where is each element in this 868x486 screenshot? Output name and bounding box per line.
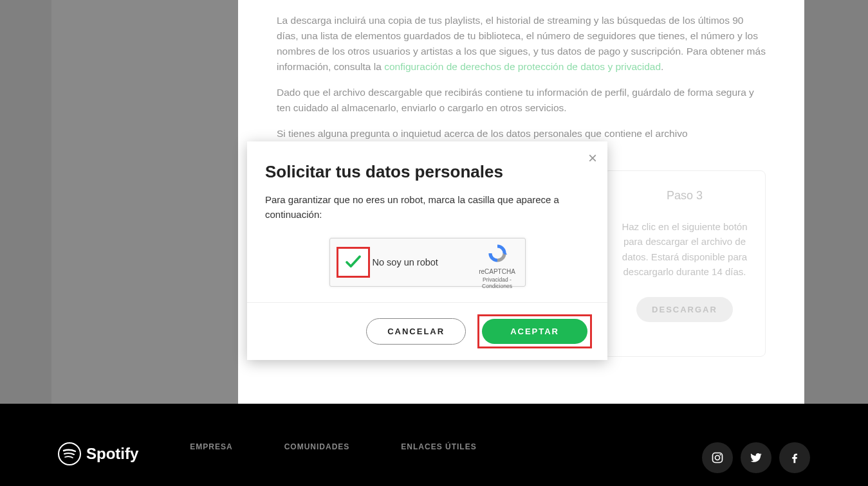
footer-col-comunidades: COMUNIDADES <box>284 442 350 451</box>
footer-heading-enlaces: ENLACES ÚTILES <box>401 442 476 451</box>
paragraph-3: Si tienes alguna pregunta o inquietud ac… <box>277 126 766 141</box>
privacy-config-link[interactable]: configuración de derechos de protección … <box>384 61 661 72</box>
facebook-link[interactable] <box>779 442 810 473</box>
checkmark-icon <box>344 253 363 272</box>
instagram-icon <box>711 451 724 464</box>
twitter-link[interactable] <box>741 442 771 473</box>
accept-button[interactable]: ACEPTAR <box>482 319 587 344</box>
footer-col-empresa: EMPRESA <box>190 442 232 451</box>
recaptcha-logo-icon <box>486 242 508 264</box>
recaptcha-checkbox[interactable] <box>337 247 370 278</box>
instagram-link[interactable] <box>702 442 733 473</box>
footer-heading-comunidades: COMUNIDADES <box>284 442 350 451</box>
step-3-title: Paso 3 <box>617 189 752 203</box>
recaptcha-branding: reCAPTCHA Privacidad - Condiciones <box>475 242 520 289</box>
svg-point-3 <box>716 456 720 460</box>
paragraph-2: Dado que el archivo descargable que reci… <box>277 85 766 116</box>
recaptcha-label: No soy un robot <box>373 257 438 267</box>
recaptcha-terms-text[interactable]: Privacidad - Condiciones <box>475 276 520 289</box>
main-text: La descarga incluirá una copia de tus pl… <box>277 13 766 141</box>
cancel-button[interactable]: CANCELAR <box>366 318 466 345</box>
recaptcha-brand-text: reCAPTCHA <box>475 268 520 275</box>
modal-title: Solicitar tus datos personales <box>265 162 589 182</box>
twitter-icon <box>750 451 762 464</box>
recaptcha-widget: No soy un robot reCAPTCHA Privacidad - C… <box>329 238 526 287</box>
sidebar <box>51 0 238 404</box>
facebook-icon <box>788 451 801 464</box>
footer-col-enlaces: ENLACES ÚTILES <box>401 442 476 451</box>
modal-text: Para garantizar que no eres un robot, ma… <box>265 192 589 222</box>
footer-social <box>702 442 810 473</box>
spotify-icon <box>58 442 81 465</box>
accept-button-highlight: ACEPTAR <box>477 314 592 348</box>
paragraph-1-end: . <box>661 61 663 72</box>
footer: Spotify EMPRESA COMUNIDADES ENLACES ÚTIL… <box>0 404 868 486</box>
step-3-body: Haz clic en el siguiente botón para desc… <box>617 219 752 279</box>
step-3-card: Paso 3 Haz clic en el siguiente botón pa… <box>604 170 766 357</box>
spotify-logo-text: Spotify <box>86 445 138 463</box>
svg-point-4 <box>720 454 721 455</box>
close-icon[interactable]: × <box>588 150 597 166</box>
request-data-modal: × Solicitar tus datos personales Para ga… <box>247 141 607 360</box>
spotify-logo[interactable]: Spotify <box>58 442 138 465</box>
modal-footer: CANCELAR ACEPTAR <box>247 302 607 360</box>
footer-heading-empresa: EMPRESA <box>190 442 232 451</box>
download-button[interactable]: DESCARGAR <box>636 297 733 322</box>
